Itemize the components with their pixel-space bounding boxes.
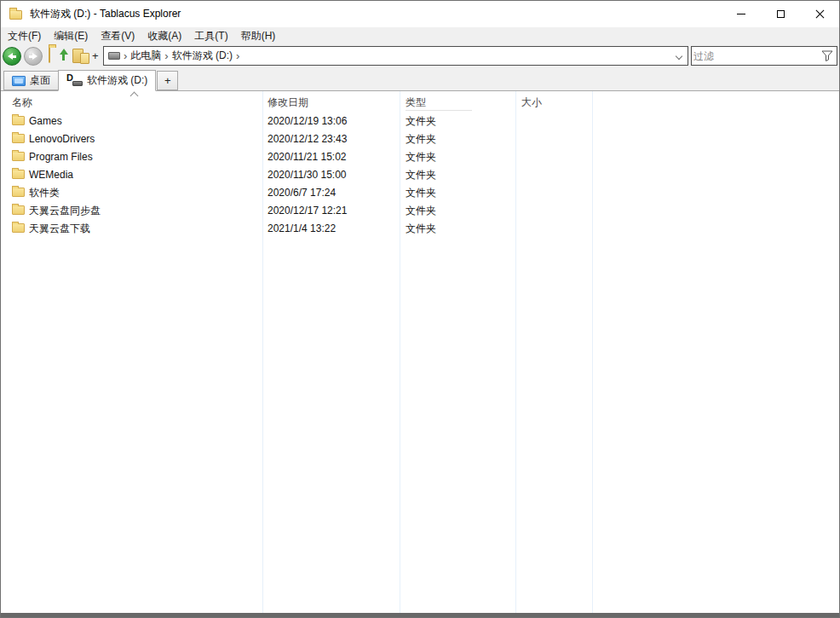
file-name: 天翼云盘同步盘 (29, 202, 101, 220)
address-dropdown-icon[interactable] (676, 53, 682, 60)
drive-icon (108, 52, 120, 60)
forward-icon (29, 53, 37, 60)
header-size[interactable]: 大小 (521, 91, 542, 113)
address-bar[interactable]: › 此电脑 › 软件游戏 (D:) › (103, 46, 688, 66)
file-type: 文件夹 (406, 148, 436, 166)
back-icon (8, 53, 16, 60)
filter-funnel-icon[interactable] (821, 50, 833, 61)
new-window-button[interactable]: + (92, 49, 99, 63)
filter-box (691, 46, 837, 66)
table-row[interactable]: LenovoDrivers 2020/12/12 23:43 文件夹 (2, 130, 838, 148)
close-button[interactable] (800, 1, 839, 27)
breadcrumb-drive-d[interactable]: 软件游戏 (D:) (172, 49, 233, 63)
file-list: Games 2020/12/19 13:06 文件夹 LenovoDrivers… (2, 113, 838, 238)
file-modified: 2020/12/12 23:43 (268, 130, 347, 148)
up-arrow-icon (62, 54, 65, 61)
tablacus-explorer-window: 软件游戏 (D:) - Tablacus Explorer 文件(F) 编辑(E… (0, 0, 840, 618)
table-row[interactable]: 天翼云盘同步盘 2020/12/17 12:21 文件夹 (2, 202, 838, 220)
file-name: 天翼云盘下载 (29, 220, 90, 238)
folder-icon (12, 188, 25, 197)
file-name: 软件类 (29, 184, 60, 202)
window-title: 软件游戏 (D:) - Tablacus Explorer (30, 7, 722, 21)
minimize-icon (737, 14, 745, 14)
file-modified: 2020/6/7 17:24 (268, 184, 336, 202)
back-button[interactable] (3, 47, 21, 66)
folder-icon (12, 152, 25, 161)
new-tab-button[interactable]: + (157, 71, 178, 90)
file-type: 文件夹 (406, 202, 436, 220)
file-type: 文件夹 (406, 130, 436, 148)
table-row[interactable]: WEMedia 2020/11/30 15:00 文件夹 (2, 166, 838, 184)
tab-drive-d[interactable]: D 软件游戏 (D:) (58, 70, 156, 91)
header-modified[interactable]: 修改日期 (268, 91, 308, 113)
desktop-icon (12, 76, 26, 86)
close-icon (815, 9, 825, 19)
menu-tools[interactable]: 工具(T) (188, 27, 233, 45)
file-list-panel: 名称 修改日期 类型 大小 Games 2020/12/19 13:06 文件夹… (2, 91, 838, 613)
table-row[interactable]: Program Files 2020/11/21 15:02 文件夹 (2, 148, 838, 166)
table-row[interactable]: Games 2020/12/19 13:06 文件夹 (2, 113, 838, 130)
file-name: Games (29, 113, 62, 130)
up-folder-icon (49, 47, 50, 63)
file-modified: 2020/11/21 15:02 (268, 148, 347, 166)
up-button[interactable] (49, 48, 68, 66)
tab-label: 桌面 (30, 73, 50, 88)
drive-d-icon: D (66, 74, 83, 87)
header-type-underline (406, 110, 472, 111)
file-modified: 2021/1/4 13:22 (268, 220, 336, 238)
menu-bar: 文件(F) 编辑(E) 查看(V) 收藏(A) 工具(T) 帮助(H) (1, 27, 839, 45)
forward-button[interactable] (24, 47, 43, 66)
filter-input[interactable] (693, 48, 820, 64)
menu-file[interactable]: 文件(F) (2, 27, 47, 45)
folder-icon (12, 223, 25, 233)
tab-desktop[interactable]: 桌面 (3, 71, 59, 90)
window-bottom-edge (1, 613, 839, 617)
file-type: 文件夹 (406, 184, 436, 202)
title-bar: 软件游戏 (D:) - Tablacus Explorer (1, 1, 839, 27)
menu-favorites[interactable]: 收藏(A) (141, 27, 187, 45)
toolbar: + › 此电脑 › 软件游戏 (D:) › (1, 45, 839, 68)
file-type: 文件夹 (406, 166, 436, 184)
folder-icon (12, 116, 25, 125)
folders-button[interactable] (72, 48, 92, 66)
maximize-button[interactable] (761, 1, 800, 27)
folder-icon (12, 205, 25, 215)
folder-icon (12, 134, 25, 143)
breadcrumb-this-pc[interactable]: 此电脑 (130, 49, 161, 63)
menu-edit[interactable]: 编辑(E) (48, 27, 94, 45)
file-name: WEMedia (29, 166, 73, 184)
crumb-separator: › (164, 49, 168, 62)
tab-label: 软件游戏 (D:) (87, 73, 147, 88)
file-name: LenovoDrivers (29, 130, 95, 148)
file-type: 文件夹 (406, 220, 436, 238)
file-modified: 2020/11/30 15:00 (268, 166, 347, 184)
header-name[interactable]: 名称 (12, 91, 32, 113)
file-name: Program Files (29, 148, 93, 166)
folder-icon (12, 170, 25, 179)
column-headers: 名称 修改日期 类型 大小 (2, 91, 838, 112)
table-row[interactable]: 天翼云盘下载 2021/1/4 13:22 文件夹 (2, 220, 838, 238)
tab-bar: 桌面 D 软件游戏 (D:) + (1, 68, 839, 91)
minimize-button[interactable] (722, 1, 761, 27)
crumb-separator: › (236, 49, 239, 62)
file-type: 文件夹 (406, 113, 436, 130)
menu-view[interactable]: 查看(V) (95, 27, 141, 45)
table-row[interactable]: 软件类 2020/6/7 17:24 文件夹 (2, 184, 838, 202)
crumb-separator: › (124, 49, 127, 62)
maximize-icon (777, 10, 785, 18)
file-modified: 2020/12/17 12:21 (268, 202, 347, 220)
file-modified: 2020/12/19 13:06 (268, 113, 347, 130)
menu-help[interactable]: 帮助(H) (235, 27, 282, 45)
folder-icon (9, 10, 22, 20)
